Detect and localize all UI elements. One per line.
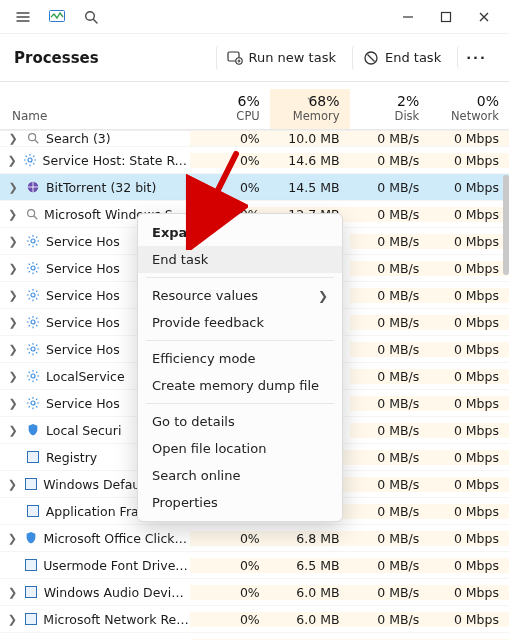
table-row[interactable]: ❯Windows Audio Device ...0%6.0 MB0 MB/s0… [0,579,509,606]
svg-point-10 [31,239,35,243]
gear-icon [25,368,41,384]
expand-chevron-icon[interactable]: ❯ [6,370,20,383]
column-header-network[interactable]: 0% Network [429,89,509,129]
box-icon [25,449,41,465]
expand-chevron-icon[interactable]: ❯ [6,208,19,221]
expand-chevron-icon[interactable]: ❯ [6,181,20,194]
cell-disk: 0 MB/s [350,504,430,519]
process-name: Service Hos [46,234,120,249]
titlebar [0,0,509,34]
cell-cpu: 0% [190,585,270,600]
cell-disk: 0 MB/s [350,396,430,411]
cell-network: 0 Mbps [429,585,509,600]
expand-chevron-icon[interactable]: ❯ [6,478,19,491]
gear-icon [25,260,41,276]
table-row[interactable]: ❯Service Host: State Repo...0%14.6 MB0 M… [0,147,509,174]
end-task-label: End task [385,50,441,65]
expand-chevron-icon[interactable]: ❯ [6,154,18,167]
cell-disk: 0 MB/s [350,315,430,330]
gear-icon [23,152,37,168]
cell-memory: 6.0 MB [270,612,350,627]
context-menu-properties[interactable]: Properties [138,489,342,516]
process-name: LocalService [46,369,125,384]
expand-chevron-icon[interactable]: ❯ [6,586,19,599]
expand-chevron-icon[interactable]: ❯ [6,424,20,437]
svg-point-12 [31,293,35,297]
expand-chevron-icon[interactable]: ❯ [6,316,20,329]
process-name: Microsoft Network Realt... [43,612,190,627]
cell-cpu: 0% [190,531,270,546]
context-menu-create-dump[interactable]: Create memory dump file [138,372,342,399]
cell-network: 0 Mbps [429,288,509,303]
search-button[interactable] [78,4,104,30]
expand-chevron-icon[interactable]: ❯ [6,289,20,302]
context-menu-provide-feedback[interactable]: Provide feedback [138,309,342,336]
cell-network: 0 Mbps [429,315,509,330]
context-menu-expand[interactable]: Expand [138,219,342,246]
table-row[interactable]: ❯Microsoft Network Realt...0%6.0 MB0 MB/… [0,606,509,633]
context-menu-efficiency-mode[interactable]: Efficiency mode [138,345,342,372]
cell-memory: 6.8 MB [270,531,350,546]
table-header: Name 6% CPU ⌄ 68% Memory 2% Disk 0% Netw… [0,82,509,130]
cell-network: 0 Mbps [429,131,509,146]
svg-point-11 [31,266,35,270]
process-name: Local Securi [46,423,121,438]
sort-indicator-icon: ⌄ [305,91,313,102]
end-task-button[interactable]: End task [352,45,451,71]
expand-chevron-icon[interactable]: ❯ [6,397,20,410]
context-menu: Expand End task Resource values ❯ Provid… [137,213,343,522]
resource-monitor-icon[interactable] [44,4,70,30]
table-row[interactable]: ❯BitTorrent (32 bit)0%14.5 MB0 MB/s0 Mbp… [0,174,509,201]
table-row[interactable]: Usermode Font Driver H...0%6.5 MB0 MB/s0… [0,552,509,579]
run-new-task-button[interactable]: Run new task [216,45,346,71]
cell-network: 0 Mbps [429,612,509,627]
scrollbar-thumb[interactable] [503,175,509,275]
close-button[interactable] [465,2,503,32]
context-menu-search-online[interactable]: Search online [138,462,342,489]
cell-network: 0 Mbps [429,261,509,276]
cell-disk: 0 MB/s [350,423,430,438]
expand-chevron-icon[interactable]: ❯ [6,235,20,248]
cell-network: 0 Mbps [429,558,509,573]
table-row[interactable]: ❯Antimalware Core Service0%5.9 MB0 MB/s0… [0,633,509,640]
table-row[interactable]: ❯Microsoft Office Click-to...0%6.8 MB0 M… [0,525,509,552]
table-row[interactable]: ❯Search (3)0%10.0 MB0 MB/s0 Mbps [0,130,509,147]
column-header-disk[interactable]: 2% Disk [350,89,430,129]
expand-chevron-icon[interactable]: ❯ [6,343,20,356]
minimize-button[interactable] [389,2,427,32]
page-title: Processes [14,49,99,67]
process-name: Search (3) [46,131,111,146]
context-menu-go-to-details[interactable]: Go to details [138,408,342,435]
svg-point-9 [27,210,34,217]
process-name: Service Hos [46,288,120,303]
cell-memory: 6.5 MB [270,558,350,573]
cell-memory: 10.0 MB [270,131,350,146]
cell-network: 0 Mbps [429,396,509,411]
context-menu-end-task[interactable]: End task [138,246,342,273]
cell-network: 0 Mbps [429,180,509,195]
gear-icon [25,287,41,303]
context-menu-open-file-location[interactable]: Open file location [138,435,342,462]
shield-icon [25,422,41,438]
column-header-memory[interactable]: ⌄ 68% Memory [270,89,350,129]
hamburger-menu-button[interactable] [10,4,36,30]
column-header-cpu[interactable]: 6% CPU [190,89,270,129]
search-icon [25,130,41,146]
cell-disk: 0 MB/s [350,180,430,195]
column-header-name[interactable]: Name [0,109,190,129]
expand-chevron-icon[interactable]: ❯ [6,262,20,275]
expand-chevron-icon[interactable]: ❯ [6,613,19,626]
process-name: Windows Audio Device ... [44,585,190,600]
more-options-button[interactable]: ··· [457,46,495,69]
context-menu-resource-values[interactable]: Resource values ❯ [138,282,342,309]
cell-network: 0 Mbps [429,234,509,249]
expand-chevron-icon[interactable]: ❯ [6,132,20,145]
maximize-button[interactable] [427,2,465,32]
process-name: Usermode Font Driver H... [43,558,190,573]
cell-disk: 0 MB/s [350,531,430,546]
search-icon [24,206,39,222]
cell-cpu: 0% [190,131,270,146]
process-name: BitTorrent (32 bit) [46,180,156,195]
process-name: Service Hos [46,261,120,276]
expand-chevron-icon[interactable]: ❯ [6,532,19,545]
